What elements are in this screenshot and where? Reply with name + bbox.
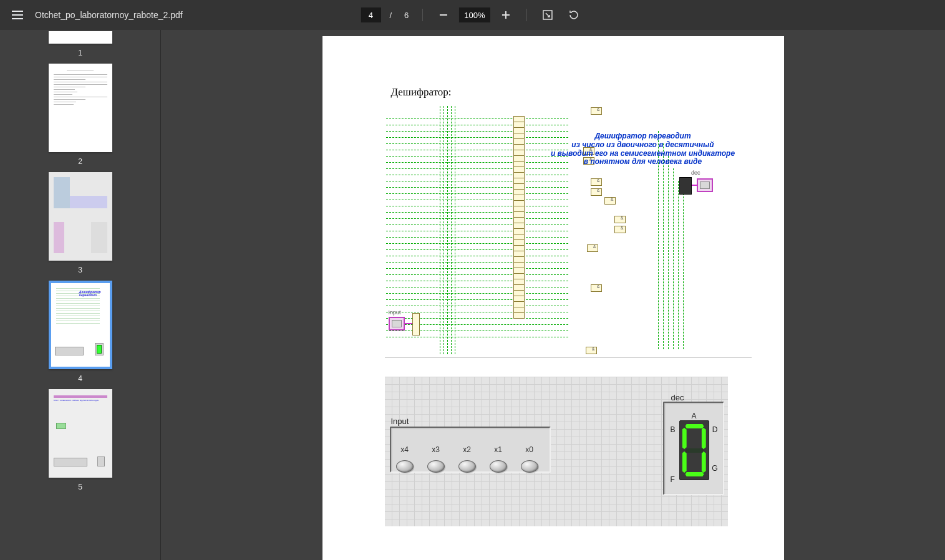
thumbnail-label: 4 (78, 374, 82, 383)
input-label: Input (389, 309, 401, 316)
toolbar-center: / 6 100% (361, 4, 584, 26)
thumbnail-label: 1 (78, 49, 82, 57)
thumbnail-label: 2 (78, 157, 82, 166)
logic-gate: & (591, 188, 602, 196)
page-separator: / (389, 11, 392, 20)
pdf-page: Дешифратор: (322, 36, 784, 560)
input-block (389, 317, 405, 331)
pdf-toolbar: Otchet_po_laboratornoy_rabote_2.pdf / 6 … (0, 0, 945, 30)
main-layout: 1 2 (0, 30, 945, 560)
sim-dec-title: dec (671, 393, 684, 402)
hamburger-icon (12, 11, 23, 19)
switch-x4[interactable] (396, 460, 414, 473)
logic-gate: & (587, 244, 598, 252)
rotate-button[interactable] (563, 4, 584, 26)
zoom-out-button[interactable] (433, 4, 454, 26)
switch-x1[interactable] (490, 460, 507, 473)
separator (422, 9, 423, 21)
svg-rect-2 (505, 11, 506, 19)
rotate-icon (568, 9, 579, 21)
sim-dec-box: A B D C G E F (663, 402, 724, 495)
section-title: Дешифратор: (391, 86, 759, 99)
document-viewport[interactable]: Дешифратор: (161, 30, 945, 560)
circuit-description: Дешифратор переводит из число из двоично… (531, 132, 755, 167)
logic-gate: & (591, 178, 602, 186)
seg-label-b: B (671, 425, 676, 434)
zoom-level[interactable]: 100% (459, 7, 490, 22)
svg-rect-0 (440, 14, 447, 16)
sim-input-title: Input (391, 417, 409, 426)
thumbnail-sidebar[interactable]: 1 2 (0, 30, 161, 560)
switch-x3[interactable] (427, 460, 445, 473)
logic-gate: & (586, 347, 597, 354)
plus-icon (501, 10, 511, 20)
logic-gate: & (614, 216, 626, 223)
logic-gate: & (604, 197, 616, 205)
switch-label: x4 (400, 445, 409, 454)
switch-label: x0 (525, 445, 533, 454)
switch-label: x3 (432, 445, 440, 454)
circuit-diagram: /*generated below*/ & & & & & & & & & & (385, 102, 752, 358)
switch-x0[interactable] (521, 460, 538, 473)
thumbnail-5[interactable]: текст описания схемы мультиплексора 5 (0, 389, 160, 491)
seven-segment-display (679, 420, 709, 480)
switch-label: x2 (463, 445, 471, 454)
input-switches: x4 x3 x2 x1 (396, 445, 538, 473)
document-title: Otchet_po_laboratornoy_rabote_2.pdf (35, 10, 183, 20)
switch-label: x1 (494, 445, 502, 454)
fit-page-icon (542, 9, 553, 21)
output-block (697, 178, 713, 192)
thumbnail-1[interactable]: 1 (0, 31, 160, 57)
simulation-panel: Input x4 x3 x2 (385, 377, 728, 526)
logic-gate: & (614, 226, 626, 233)
seg-label-d: D (712, 425, 718, 434)
thumbnail-4[interactable]: Дешифраторпереводит 4 (0, 281, 160, 383)
input-wire (405, 323, 412, 324)
output-label: dec (691, 170, 700, 176)
logic-gate: & (591, 284, 602, 292)
fit-page-button[interactable] (537, 4, 558, 26)
thumbnail-2[interactable]: 2 (0, 64, 160, 166)
page-total: 6 (404, 11, 409, 20)
minus-icon (439, 10, 448, 20)
zoom-in-button[interactable] (495, 4, 516, 26)
sim-input-box: x4 x3 x2 x1 (390, 427, 551, 473)
seg-label-f: F (671, 475, 675, 484)
output-mux (679, 177, 692, 195)
output-wire (692, 185, 697, 186)
thumbnail-label: 5 (78, 483, 82, 491)
switch-x2[interactable] (458, 460, 476, 473)
page-number-input[interactable] (361, 7, 380, 22)
bus-splitter (412, 313, 420, 336)
thumbnail-label: 3 (78, 266, 82, 274)
menu-button[interactable] (5, 2, 30, 27)
logic-gate: & (591, 107, 602, 115)
separator (526, 9, 527, 21)
seg-label-g: G (712, 464, 717, 473)
seg-label-a: A (692, 412, 697, 420)
thumbnail-3[interactable]: 3 (0, 172, 160, 274)
gate-stack (513, 116, 525, 318)
